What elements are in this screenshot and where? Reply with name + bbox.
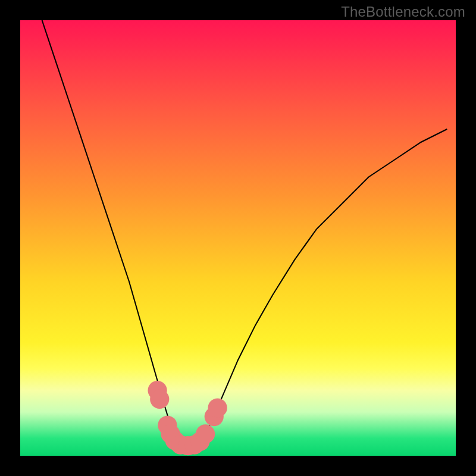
plot-area (20, 20, 456, 456)
chart-outer-frame: TheBottleneck.com (0, 0, 476, 476)
gradient-background (20, 20, 456, 456)
marker-point (196, 424, 215, 443)
marker-point (150, 390, 169, 409)
watermark-text: TheBottleneck.com (341, 4, 465, 20)
bottleneck-chart-svg (20, 20, 456, 456)
marker-point (208, 398, 227, 417)
